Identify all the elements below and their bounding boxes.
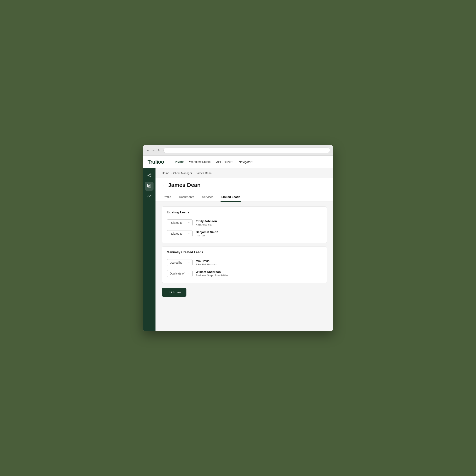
tab-documents[interactable]: Documents bbox=[178, 192, 195, 202]
emily-info: Emily Johnson KYB Australia bbox=[196, 219, 217, 226]
nav-home[interactable]: Home bbox=[175, 160, 184, 164]
top-nav-links: Home Workflow Studio API - Direct ▾ Navi… bbox=[175, 160, 253, 164]
link-lead-label: Link Lead bbox=[170, 290, 183, 294]
nav-api-direct[interactable]: API - Direct ▾ bbox=[216, 160, 233, 164]
person-icon bbox=[147, 184, 151, 189]
lead-row-william: Duplicate of ▾ William Anderson Business… bbox=[167, 268, 322, 279]
lead-row-emily: Related to ▾ Emily Johnson KYB Australia bbox=[167, 217, 322, 228]
william-name: William Anderson bbox=[196, 270, 228, 273]
page-title: James Dean bbox=[168, 182, 201, 188]
manually-created-leads-card: Manually Created Leads Owned by ▾ Mia Da… bbox=[162, 246, 327, 283]
address-bar[interactable] bbox=[163, 148, 330, 153]
mia-org: SEA Risk Research bbox=[196, 263, 218, 266]
app-container: Trulioo Home Workflow Studio API - Direc… bbox=[143, 156, 333, 331]
refresh-button[interactable]: ↻ bbox=[157, 148, 161, 152]
content-area: Existing Leads Related to ▾ Emily Johnso… bbox=[155, 202, 333, 302]
sidebar-item-analytics[interactable] bbox=[145, 192, 153, 201]
lead-row-mia: Owned by ▾ Mia Davis SEA Risk Research bbox=[167, 257, 322, 268]
logo: Trulioo bbox=[148, 159, 169, 165]
mia-name: Mia Davis bbox=[196, 259, 218, 263]
tabs-container: Profile Documents Services Linked Leads bbox=[155, 192, 333, 202]
back-arrow-button[interactable]: ← bbox=[162, 183, 166, 187]
benjamin-relation-label: Related to bbox=[170, 232, 183, 235]
breadcrumb: Home › Client Manager › James Dean bbox=[155, 168, 333, 178]
william-relation-label: Duplicate of bbox=[170, 272, 185, 275]
page-header: ← James Dean bbox=[155, 178, 333, 192]
emily-relation-label: Related to bbox=[170, 221, 183, 224]
mia-info: Mia Davis SEA Risk Research bbox=[196, 259, 218, 266]
emily-dropdown-chevron-icon: ▾ bbox=[188, 221, 190, 224]
mia-relation-label: Owned by bbox=[170, 261, 182, 264]
svg-point-1 bbox=[148, 175, 149, 176]
browser-chrome: ← → ↻ bbox=[143, 145, 333, 156]
page-content: Home › Client Manager › James Dean ← Jam… bbox=[155, 168, 333, 331]
nav-navigator[interactable]: Navigator ▾ bbox=[239, 160, 253, 164]
emily-name: Emily Johnson bbox=[196, 219, 217, 223]
analytics-icon bbox=[147, 194, 151, 199]
manually-created-leads-title: Manually Created Leads bbox=[167, 251, 322, 254]
william-info: William Anderson Business Graph Possibil… bbox=[196, 270, 228, 277]
svg-point-2 bbox=[150, 176, 151, 177]
benjamin-relation-dropdown[interactable]: Related to ▾ bbox=[167, 230, 193, 237]
breadcrumb-client-manager[interactable]: Client Manager bbox=[173, 171, 192, 175]
emily-relation-dropdown[interactable]: Related to ▾ bbox=[167, 219, 193, 226]
mia-dropdown-chevron-icon: ▾ bbox=[188, 261, 190, 264]
breadcrumb-sep-2: › bbox=[194, 172, 194, 174]
tab-linked-leads[interactable]: Linked Leads bbox=[221, 192, 241, 202]
benjamin-name: Benjamin Smith bbox=[196, 230, 218, 234]
navigator-chevron-icon: ▾ bbox=[252, 161, 253, 163]
benjamin-info: Benjamin Smith PM Test bbox=[196, 230, 218, 237]
forward-button[interactable]: → bbox=[152, 148, 155, 152]
svg-point-6 bbox=[149, 185, 150, 186]
svg-line-4 bbox=[148, 175, 150, 176]
emily-org: KYB Australia bbox=[196, 223, 217, 226]
benjamin-org: PM Test bbox=[196, 234, 218, 237]
mia-relation-dropdown[interactable]: Owned by ▾ bbox=[167, 259, 193, 266]
api-direct-chevron-icon: ▾ bbox=[232, 161, 233, 163]
lead-row-benjamin: Related to ▾ Benjamin Smith PM Test bbox=[167, 228, 322, 239]
svg-line-3 bbox=[148, 174, 150, 175]
tab-services[interactable]: Services bbox=[201, 192, 214, 202]
tab-profile[interactable]: Profile bbox=[162, 192, 172, 202]
breadcrumb-james-dean: James Dean bbox=[196, 171, 212, 175]
link-lead-button[interactable]: + Link Lead bbox=[162, 288, 187, 297]
william-dropdown-chevron-icon: ▾ bbox=[188, 272, 190, 275]
existing-leads-title: Existing Leads bbox=[167, 211, 322, 214]
back-button[interactable]: ← bbox=[146, 148, 150, 152]
workflow-icon bbox=[147, 173, 151, 178]
svg-point-0 bbox=[150, 174, 151, 174]
breadcrumb-home[interactable]: Home bbox=[162, 171, 169, 175]
breadcrumb-sep-1: › bbox=[171, 172, 171, 174]
sidebar-item-person[interactable] bbox=[145, 182, 153, 191]
sidebar-item-workflow[interactable] bbox=[145, 171, 153, 180]
benjamin-dropdown-chevron-icon: ▾ bbox=[188, 232, 190, 235]
nav-navigator-label: Navigator bbox=[239, 160, 252, 164]
main-wrapper: Home › Client Manager › James Dean ← Jam… bbox=[143, 168, 333, 331]
top-nav: Trulioo Home Workflow Studio API - Direc… bbox=[143, 156, 333, 168]
nav-api-direct-label: API - Direct bbox=[216, 160, 231, 164]
william-relation-dropdown[interactable]: Duplicate of ▾ bbox=[167, 270, 193, 277]
plus-icon: + bbox=[166, 290, 168, 294]
william-org: Business Graph Possibilities bbox=[196, 274, 228, 277]
browser-window: ← → ↻ Trulioo Home Workflow Studio API -… bbox=[143, 145, 333, 331]
nav-workflow-studio[interactable]: Workflow Studio bbox=[189, 160, 211, 164]
sidebar bbox=[143, 168, 155, 331]
existing-leads-card: Existing Leads Related to ▾ Emily Johnso… bbox=[162, 206, 327, 243]
browser-nav: ← → ↻ bbox=[146, 148, 161, 152]
